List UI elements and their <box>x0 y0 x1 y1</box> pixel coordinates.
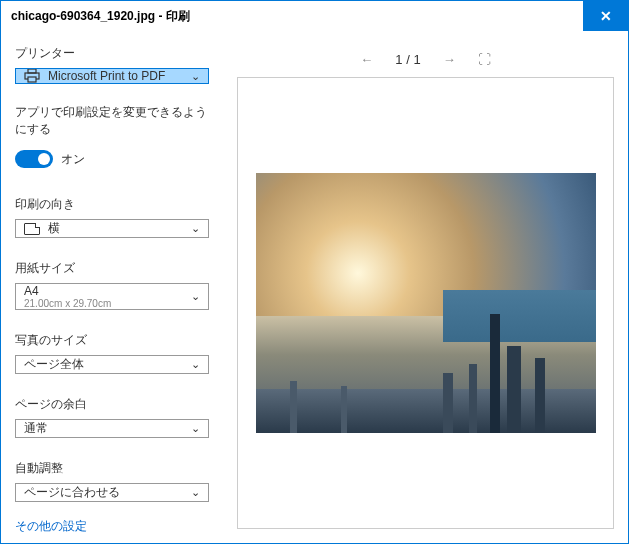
svg-rect-2 <box>28 77 36 82</box>
paper-value: A4 <box>24 284 191 298</box>
chevron-down-icon: ⌄ <box>191 358 200 371</box>
orientation-value: 横 <box>48 220 191 237</box>
paper-dimensions: 21.00cm x 29.70cm <box>24 298 191 309</box>
toggle-state: オン <box>61 151 85 168</box>
page-current: 1 <box>395 52 402 67</box>
orientation-label: 印刷の向き <box>15 196 209 213</box>
preview-sheet <box>237 77 614 529</box>
fit-value: ページに合わせる <box>24 484 191 501</box>
page-total: 1 <box>413 52 420 67</box>
app-toggle-label: アプリで印刷設定を変更できるようにする <box>15 104 209 138</box>
page-sep: / <box>406 52 410 67</box>
paper-label: 用紙サイズ <box>15 260 209 277</box>
printer-icon <box>24 69 40 83</box>
prev-page-button[interactable]: ← <box>360 52 373 67</box>
chevron-down-icon: ⌄ <box>191 422 200 435</box>
chevron-down-icon: ⌄ <box>191 486 200 499</box>
more-settings-link[interactable]: その他の設定 <box>15 518 209 535</box>
chevron-down-icon: ⌄ <box>191 70 200 83</box>
fit-page-icon[interactable]: ⛶ <box>478 52 491 67</box>
margin-select[interactable]: 通常 ⌄ <box>15 419 209 438</box>
chevron-down-icon: ⌄ <box>191 222 200 235</box>
margin-value: 通常 <box>24 420 191 437</box>
photo-size-select[interactable]: ページ全体 ⌄ <box>15 355 209 374</box>
window-title: chicago-690364_1920.jpg - 印刷 <box>11 8 583 25</box>
next-page-button[interactable]: → <box>443 52 456 67</box>
pager: ← 1 / 1 → ⛶ <box>237 45 614 73</box>
fit-label: 自動調整 <box>15 460 209 477</box>
fit-select[interactable]: ページに合わせる ⌄ <box>15 483 209 502</box>
preview-image <box>256 173 596 433</box>
photo-size-label: 写真のサイズ <box>15 332 209 349</box>
printer-select[interactable]: Microsoft Print to PDF ⌄ <box>15 68 209 84</box>
titlebar: chicago-690364_1920.jpg - 印刷 ✕ <box>1 1 628 31</box>
margin-label: ページの余白 <box>15 396 209 413</box>
close-button[interactable]: ✕ <box>583 1 628 31</box>
landscape-icon <box>24 223 40 235</box>
photo-size-value: ページ全体 <box>24 356 191 373</box>
orientation-select[interactable]: 横 ⌄ <box>15 219 209 238</box>
printer-label: プリンター <box>15 45 209 62</box>
chevron-down-icon: ⌄ <box>191 290 200 303</box>
printer-name: Microsoft Print to PDF <box>48 69 191 83</box>
app-settings-toggle[interactable] <box>15 150 53 168</box>
paper-size-select[interactable]: A4 21.00cm x 29.70cm ⌄ <box>15 283 209 310</box>
settings-panel: プリンター Microsoft Print to PDF ⌄ アプリで印刷設定を… <box>1 31 223 543</box>
close-icon: ✕ <box>600 8 612 24</box>
preview-panel: ← 1 / 1 → ⛶ <box>223 31 628 543</box>
